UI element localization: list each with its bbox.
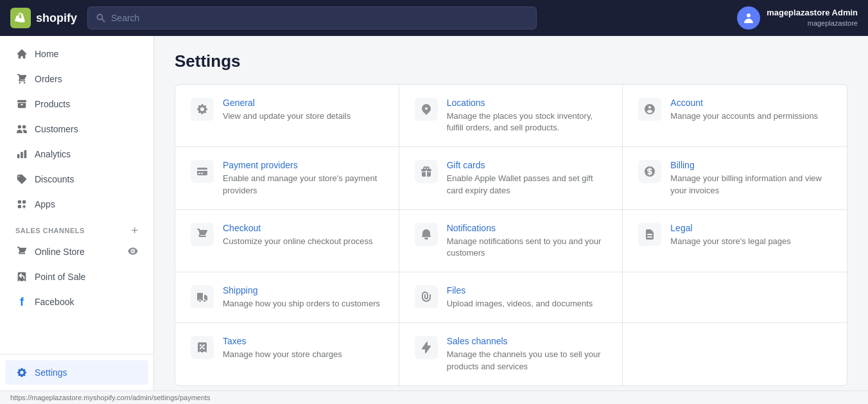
- shipping-desc: Manage how you ship orders to customers: [223, 298, 383, 310]
- sidebar-item-products[interactable]: Products: [5, 92, 148, 116]
- billing-desc: Manage your billing information and view…: [670, 173, 831, 196]
- add-channel-button[interactable]: +: [131, 225, 138, 236]
- account-icon: [638, 98, 661, 121]
- taxes-icon: [191, 336, 214, 359]
- customers-icon: [15, 123, 28, 136]
- settings-cell-empty1: [623, 272, 847, 322]
- settings-cell-gift-cards[interactable]: Gift cardsEnable Apple Wallet passes and…: [399, 147, 623, 209]
- notifications-title: Notifications: [447, 223, 607, 233]
- sidebar-item-customers[interactable]: Customers: [5, 117, 148, 141]
- main-layout: Home Orders Products Customers: [0, 36, 868, 391]
- settings-cell-notifications[interactable]: NotificationsManage notifications sent t…: [399, 210, 623, 272]
- shipping-title: Shipping: [223, 285, 383, 295]
- settings-cell-account[interactable]: AccountManage your accounts and permissi…: [623, 85, 847, 146]
- locations-desc: Manage the places you stock inventory, f…: [447, 110, 607, 134]
- sales-channels-icon: [415, 336, 438, 359]
- general-desc: View and update your store details: [223, 110, 383, 122]
- discounts-label: Discounts: [35, 174, 74, 184]
- legal-title: Legal: [670, 223, 831, 233]
- settings-cell-billing[interactable]: BillingManage your billing information a…: [623, 147, 847, 209]
- checkout-icon: [191, 223, 214, 246]
- settings-cell-payment-providers[interactable]: Payment providersEnable and manage your …: [175, 147, 399, 209]
- account-content: AccountManage your accounts and permissi…: [670, 98, 831, 122]
- channels-section-header: SALES CHANNELS +: [5, 217, 148, 239]
- sidebar: Home Orders Products Customers: [0, 36, 154, 391]
- account-title: Account: [670, 98, 831, 108]
- files-content: FilesUpload images, videos, and document…: [447, 285, 607, 310]
- home-label: Home: [35, 49, 58, 59]
- eye-icon[interactable]: [128, 246, 138, 258]
- sidebar-item-settings[interactable]: Settings: [5, 360, 148, 385]
- settings-cell-locations[interactable]: LocationsManage the places you stock inv…: [399, 85, 623, 146]
- account-desc: Manage your accounts and permissions: [670, 110, 831, 122]
- legal-content: LegalManage your store's legal pages: [670, 223, 831, 247]
- files-desc: Upload images, videos, and documents: [447, 298, 607, 310]
- channels-label: SALES CHANNELS: [15, 227, 85, 234]
- general-icon: [191, 98, 214, 121]
- shipping-content: ShippingManage how you ship orders to cu…: [223, 285, 383, 310]
- settings-cell-shipping[interactable]: ShippingManage how you ship orders to cu…: [175, 272, 399, 322]
- settings-cell-taxes[interactable]: TaxesManage how your store charges: [175, 323, 399, 385]
- settings-cell-files[interactable]: FilesUpload images, videos, and document…: [399, 272, 623, 322]
- billing-content: BillingManage your billing information a…: [670, 160, 831, 196]
- pos-icon: [15, 270, 28, 283]
- notifications-icon: [415, 223, 438, 246]
- checkout-desc: Customize your online checkout process: [223, 236, 383, 247]
- gift-cards-title: Gift cards: [447, 160, 607, 170]
- sidebar-item-online-store[interactable]: Online Store: [5, 240, 148, 264]
- billing-icon: [638, 160, 661, 183]
- settings-row-3: ShippingManage how you ship orders to cu…: [175, 272, 847, 323]
- sidebar-nav: Home Orders Products Customers: [0, 36, 153, 354]
- payment-providers-desc: Enable and manage your store's payment p…: [223, 173, 383, 196]
- gift-cards-desc: Enable Apple Wallet passes and set gift …: [447, 173, 607, 196]
- notifications-content: NotificationsManage notifications sent t…: [447, 223, 607, 259]
- shopify-logo[interactable]: shopify: [10, 8, 77, 28]
- settings-cell-sales-channels[interactable]: Sales channelsManage the channels you us…: [399, 323, 623, 385]
- taxes-title: Taxes: [223, 336, 383, 346]
- sales-channels-desc: Manage the channels you use to sell your…: [447, 349, 607, 372]
- sidebar-item-facebook[interactable]: f Facebook: [5, 290, 148, 314]
- analytics-icon: [15, 148, 28, 161]
- settings-cell-empty2: [623, 323, 847, 385]
- settings-cell-general[interactable]: GeneralView and update your store detail…: [175, 85, 399, 146]
- content-area: Settings GeneralView and update your sto…: [154, 36, 868, 391]
- apps-label: Apps: [35, 199, 55, 209]
- general-title: General: [223, 98, 383, 108]
- taxes-content: TaxesManage how your store charges: [223, 336, 383, 360]
- settings-grid: GeneralView and update your store detail…: [175, 84, 847, 386]
- products-label: Products: [35, 99, 70, 109]
- settings-cell-legal[interactable]: LegalManage your store's legal pages: [623, 210, 847, 272]
- analytics-label: Analytics: [35, 149, 71, 159]
- sidebar-item-discounts[interactable]: Discounts: [5, 167, 148, 191]
- search-icon: [96, 13, 106, 23]
- shipping-icon: [191, 285, 214, 308]
- settings-row-2: CheckoutCustomize your online checkout p…: [175, 210, 847, 272]
- gift-cards-content: Gift cardsEnable Apple Wallet passes and…: [447, 160, 607, 196]
- locations-title: Locations: [447, 98, 607, 108]
- settings-row-0: GeneralView and update your store detail…: [175, 85, 847, 147]
- settings-icon: [15, 366, 28, 379]
- avatar[interactable]: [737, 6, 760, 30]
- billing-title: Billing: [670, 160, 831, 170]
- online-store-left: Online Store: [15, 245, 85, 258]
- sidebar-item-apps[interactable]: Apps: [5, 192, 148, 216]
- payment-providers-content: Payment providersEnable and manage your …: [223, 160, 383, 196]
- sidebar-item-home[interactable]: Home: [5, 42, 148, 66]
- general-content: GeneralView and update your store detail…: [223, 98, 383, 122]
- products-icon: [15, 98, 28, 110]
- orders-label: Orders: [35, 74, 62, 84]
- gift-cards-icon: [415, 160, 438, 183]
- sidebar-item-analytics[interactable]: Analytics: [5, 142, 148, 166]
- locations-icon: [415, 98, 438, 121]
- sidebar-item-point-of-sale[interactable]: Point of Sale: [5, 265, 148, 289]
- facebook-icon: f: [15, 295, 28, 308]
- locations-content: LocationsManage the places you stock inv…: [447, 98, 607, 134]
- search-bar[interactable]: [87, 6, 537, 30]
- settings-cell-checkout[interactable]: CheckoutCustomize your online checkout p…: [175, 210, 399, 272]
- sidebar-item-orders[interactable]: Orders: [5, 67, 148, 91]
- apps-icon: [15, 198, 28, 211]
- checkout-title: Checkout: [223, 223, 383, 233]
- search-input[interactable]: [111, 13, 528, 23]
- home-icon: [15, 48, 28, 60]
- status-bar: https://mageplazastore.myshopify.com/adm…: [0, 391, 868, 404]
